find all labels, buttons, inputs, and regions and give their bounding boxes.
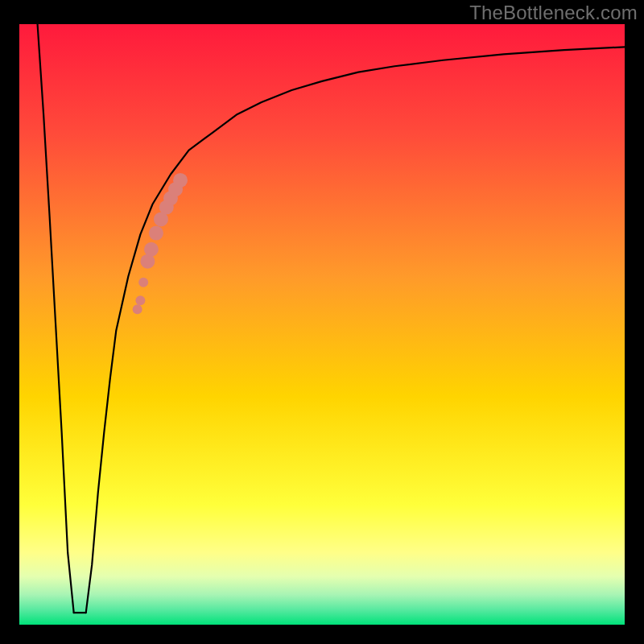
- data-point: [144, 242, 159, 257]
- data-point: [138, 278, 148, 287]
- attribution-text: TheBottleneck.com: [469, 2, 638, 24]
- data-point: [173, 173, 188, 188]
- data-point: [135, 295, 145, 305]
- data-point: [133, 304, 142, 314]
- data-point: [149, 226, 163, 241]
- chart-canvas: [0, 0, 644, 644]
- plot-background: [19, 24, 625, 625]
